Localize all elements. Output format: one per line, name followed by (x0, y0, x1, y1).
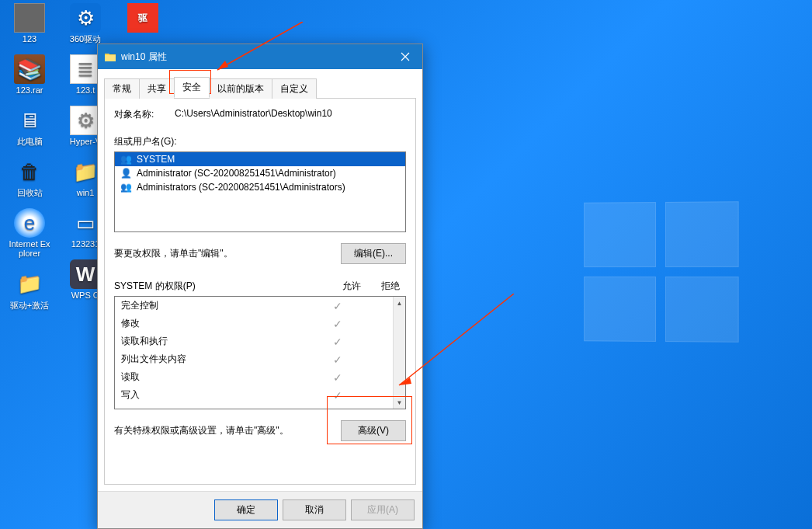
icon: 🖥 (14, 106, 45, 135)
scroll-up-button[interactable]: ▲ (394, 297, 405, 309)
icon: ⚙ (70, 3, 101, 33)
tab-security-content: 对象名称: C:\Users\Administrator\Desktop\win… (104, 98, 416, 485)
edit-button[interactable]: 编辑(E)... (341, 243, 406, 264)
windows-logo-watermark (584, 201, 739, 343)
allow-column-header: 允许 (328, 280, 375, 293)
permissions-header: SYSTEM 的权限(P) (114, 280, 328, 293)
tab-共享[interactable]: 共享 (139, 78, 175, 99)
dialog-title: win10 属性 (121, 50, 388, 64)
icon-label: win1 (77, 188, 95, 197)
desktop-icon[interactable]: eInternet Explorer (8, 208, 51, 258)
desktop-icon[interactable]: 📚123.rar (8, 54, 51, 95)
icon: ▭ (70, 208, 101, 238)
permission-row[interactable]: 读取和执行✓ (115, 332, 393, 350)
icon: ⚙ (70, 106, 101, 135)
desktop-icon[interactable]: 🖥此电脑 (8, 106, 51, 146)
permission-row[interactable]: 写入✓ (115, 386, 393, 404)
permission-name: 列出文件夹内容 (121, 353, 318, 366)
permission-name: 读取 (121, 371, 318, 384)
desktop-icon[interactable]: 📁驱动+激活 (8, 270, 51, 310)
permission-row[interactable]: 修改✓ (115, 315, 393, 332)
permission-name: 读取和执行 (121, 335, 318, 348)
deny-column-header: 拒绝 (375, 280, 406, 293)
scrollbar-vertical[interactable]: ▲ ▼ (393, 297, 405, 409)
folder-icon (104, 51, 116, 62)
icon: e (14, 208, 45, 238)
allow-check-icon: ✓ (318, 300, 357, 312)
user-icon: 👥 (120, 182, 132, 193)
tab-以前的版本[interactable]: 以前的版本 (209, 78, 272, 99)
desktop-icon[interactable]: 🗑回收站 (8, 157, 51, 197)
advanced-hint: 有关特殊权限或高级设置，请单击"高级"。 (114, 424, 341, 437)
user-name: Administrators (SC-202008251451\Administ… (137, 182, 345, 193)
desktop-icon[interactable]: ⚙360驱动 (64, 3, 107, 44)
user-row[interactable]: 👥Administrators (SC-202008251451\Adminis… (115, 180, 405, 194)
allow-check-icon: ✓ (318, 371, 357, 384)
icon-label: 123 (23, 34, 36, 44)
tab-自定义[interactable]: 自定义 (272, 78, 317, 99)
permission-row[interactable]: 列出文件夹内容✓ (115, 350, 393, 368)
app-icon: 驱 (127, 3, 158, 33)
object-name-label: 对象名称: (114, 108, 175, 121)
icon: 📚 (14, 54, 45, 84)
users-label: 组或用户名(G): (114, 135, 406, 148)
tab-常规[interactable]: 常规 (104, 78, 140, 99)
user-row[interactable]: 👤Administrator (SC-202008251451\Administ… (115, 166, 405, 180)
icon-label: WPS O (71, 291, 100, 300)
allow-check-icon: ✓ (318, 353, 357, 366)
icon (14, 3, 45, 33)
properties-dialog: win10 属性 常规共享安全以前的版本自定义 对象名称: C:\Users\A… (97, 44, 423, 529)
user-name: SYSTEM (137, 154, 175, 165)
cancel-button[interactable]: 取消 (283, 499, 346, 520)
user-row[interactable]: 👥SYSTEM (115, 152, 405, 166)
ok-button[interactable]: 确定 (214, 499, 278, 520)
icon-label: 此电脑 (17, 137, 43, 146)
permission-row[interactable]: 完全控制✓ (115, 297, 393, 315)
close-button[interactable] (388, 44, 422, 69)
object-name-value: C:\Users\Administrator\Desktop\win10 (175, 108, 406, 121)
permissions-listbox: 完全控制✓修改✓读取和执行✓列出文件夹内容✓读取✓写入✓ ▲ ▼ (114, 296, 406, 409)
icon: 🗑 (14, 157, 45, 186)
allow-check-icon: ✓ (318, 318, 357, 330)
icon: ≣ (70, 54, 101, 84)
apply-button[interactable]: 应用(A) (351, 499, 415, 520)
icon-label: 123.rar (16, 85, 43, 95)
icon-label: 回收站 (17, 188, 43, 197)
user-icon: 👤 (120, 168, 132, 179)
user-icon: 👥 (120, 154, 132, 165)
titlebar[interactable]: win10 属性 (98, 44, 422, 69)
users-listbox[interactable]: 👥SYSTEM👤Administrator (SC-202008251451\A… (114, 151, 406, 232)
permission-name: 修改 (121, 317, 318, 330)
permission-row[interactable]: 读取✓ (115, 368, 393, 386)
advanced-button[interactable]: 高级(V) (341, 420, 406, 441)
desktop-icons-col1: 123📚123.rar🖥此电脑🗑回收站eInternet Explorer📁驱动… (8, 3, 51, 310)
allow-check-icon: ✓ (318, 389, 357, 402)
user-name: Administrator (SC-202008251451\Administr… (137, 168, 336, 179)
icon-label: Internet Explorer (8, 239, 51, 258)
dialog-button-row: 确定 取消 应用(A) (98, 491, 422, 528)
tabstrip: 常规共享安全以前的版本自定义 (98, 69, 422, 98)
icon: 📁 (70, 157, 101, 186)
desktop-icons-col3: 驱 (121, 3, 165, 33)
icon-label: 123231 (71, 239, 100, 249)
icon: W (70, 259, 101, 289)
tab-安全[interactable]: 安全 (174, 77, 210, 98)
allow-check-icon: ✓ (318, 336, 357, 348)
icon-label: 360驱动 (70, 34, 101, 44)
permission-name: 完全控制 (121, 299, 318, 312)
icon: 📁 (14, 270, 45, 299)
edit-hint: 要更改权限，请单击"编辑"。 (114, 247, 341, 260)
desktop-icon[interactable]: 驱 (121, 3, 165, 33)
icon-label: 123.t (76, 85, 95, 95)
scroll-down-button[interactable]: ▼ (394, 396, 405, 409)
close-icon (401, 52, 410, 61)
desktop-icon[interactable]: 123 (8, 3, 51, 44)
icon-label: 驱动+激活 (10, 301, 49, 310)
permission-name: 写入 (121, 388, 318, 402)
